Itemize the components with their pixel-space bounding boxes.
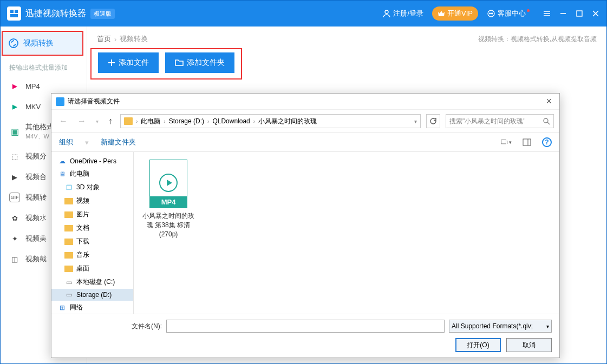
tree-item[interactable]: 下载	[51, 235, 133, 248]
file-open-dialog: 请选择音视频文件 × ← → ▾ ↑ › 此电脑› Storage (D:)› …	[51, 93, 560, 358]
folder-icon	[64, 239, 73, 245]
cloud-icon: ☁	[58, 157, 67, 165]
svg-rect-8	[577, 11, 582, 16]
dialog-footer: 文件名(N): All Supported Formats(*.qlv; ▾ 打…	[51, 314, 559, 358]
watermark-icon: ✿	[9, 213, 20, 223]
tree-item[interactable]: ▭本地磁盘 (C:)	[51, 275, 133, 289]
folder-icon	[64, 211, 73, 218]
net-icon: ⊞	[58, 304, 67, 312]
folder-icon	[64, 225, 73, 231]
screenshot-icon: ◫	[9, 254, 20, 264]
organize-menu[interactable]: 组织	[59, 137, 73, 147]
file-item[interactable]: MP4 小风暴之时间的玫瑰 第38集 标清(270p)	[141, 160, 195, 239]
chat-icon	[487, 9, 495, 18]
folder-icon	[175, 59, 184, 67]
tree-item[interactable]: ⊞网络	[51, 301, 133, 314]
nav-back-button[interactable]: ←	[57, 116, 70, 126]
svg-rect-12	[523, 139, 531, 145]
drv-icon: ▭	[64, 291, 73, 299]
view-mode-button[interactable]: ▾	[501, 137, 512, 147]
user-icon	[382, 9, 391, 18]
tree-item[interactable]: ❒3D 对象	[51, 181, 133, 194]
menu-icon[interactable]	[543, 9, 551, 18]
drv-icon: ▭	[64, 279, 73, 286]
svg-point-10	[544, 118, 548, 123]
refresh-icon	[429, 117, 437, 125]
other-format-icon: ▣	[9, 127, 20, 136]
tree-item[interactable]: ☁OneDrive - Pers	[51, 155, 133, 167]
sidebar-active-video-convert[interactable]: 视频转换	[2, 31, 83, 56]
convert-icon	[8, 38, 19, 49]
folder-icon	[124, 117, 133, 125]
plus-icon	[108, 59, 115, 67]
tree-item[interactable]: 桌面	[51, 262, 133, 275]
minimize-button[interactable]	[559, 9, 567, 18]
play-icon	[159, 174, 178, 192]
folder-icon	[64, 252, 73, 259]
tree-item[interactable]: 音乐	[51, 248, 133, 262]
tree-item[interactable]: 图片	[51, 208, 133, 221]
edition-tag: 极速版	[90, 9, 115, 19]
svg-point-5	[489, 13, 490, 14]
app-logo-icon	[7, 6, 21, 21]
svg-point-7	[492, 13, 493, 14]
cancel-button[interactable]: 取消	[506, 338, 552, 352]
cube-icon: ❒	[64, 184, 73, 191]
svg-rect-1	[15, 10, 18, 13]
svg-point-6	[491, 13, 491, 14]
dialog-title: 请选择音视频文件	[68, 97, 120, 106]
dialog-nav: ← → ▾ ↑ › 此电脑› Storage (D:)› QLDownload›…	[51, 110, 559, 133]
gif-icon: GIF	[9, 193, 20, 202]
svg-rect-11	[501, 140, 506, 144]
vip-button[interactable]: 开通VIP	[432, 6, 478, 21]
app-title: 迅捷视频转换器	[25, 8, 86, 19]
pc-icon: 🖥	[58, 170, 67, 178]
close-button[interactable]	[591, 9, 600, 18]
svg-point-3	[385, 10, 388, 14]
mp4-icon: ▶	[9, 81, 20, 91]
tree-item[interactable]: 🖥此电脑	[51, 167, 133, 181]
path-breadcrumb[interactable]: › 此电脑› Storage (D:)› QLDownload› 小风暴之时间的…	[120, 114, 421, 128]
folder-icon	[64, 266, 73, 272]
tree-item[interactable]: 视频	[51, 194, 133, 208]
breadcrumb: 首页 › 视频转换 视频转换：视频格式转换,从视频提取音频	[87, 27, 606, 48]
nav-up-button[interactable]: ↑	[106, 116, 115, 126]
tree-item[interactable]: ▭Storage (D:)	[51, 289, 133, 301]
file-type-filter[interactable]: All Supported Formats(*.qlv; ▾	[449, 320, 552, 333]
new-folder-button[interactable]: 新建文件夹	[101, 137, 136, 147]
beautify-icon: ✦	[9, 234, 20, 243]
nav-recent-dropdown[interactable]: ▾	[94, 118, 101, 124]
split-icon: ⬚	[9, 151, 20, 161]
svg-rect-2	[10, 14, 18, 17]
action-button-row: 添加文件 添加文件夹	[90, 48, 242, 80]
search-input[interactable]: 搜索"小风暴之时间的玫瑰"	[446, 114, 554, 128]
breadcrumb-home[interactable]: 首页	[97, 34, 111, 44]
page-description: 视频转换：视频格式转换,从视频提取音频	[478, 35, 597, 44]
crown-icon	[438, 10, 445, 17]
folder-tree: ☁OneDrive - Pers🖥此电脑❒3D 对象视频图片文档下载音乐桌面▭本…	[51, 152, 134, 314]
nav-forward-button[interactable]: →	[75, 116, 88, 126]
filename-input[interactable]	[166, 320, 445, 333]
support-link[interactable]: 客服中心	[487, 9, 531, 18]
titlebar: 迅捷视频转换器 极速版 注册/登录 开通VIP 客服中心	[1, 1, 606, 27]
maximize-button[interactable]	[575, 9, 584, 18]
file-name: 小风暴之时间的玫瑰 第38集 标清(270p)	[141, 211, 195, 239]
dialog-close-button[interactable]: ×	[543, 96, 555, 107]
file-thumbnail: MP4	[149, 160, 187, 208]
register-login-link[interactable]: 注册/登录	[382, 9, 423, 18]
preview-pane-button[interactable]	[521, 137, 532, 147]
merge-icon: ▶	[9, 172, 20, 182]
filename-label: 文件名(N):	[59, 322, 162, 331]
add-folder-button[interactable]: 添加文件夹	[165, 52, 234, 73]
tree-item[interactable]: 文档	[51, 221, 133, 235]
dialog-app-icon	[56, 97, 64, 106]
refresh-button[interactable]	[426, 114, 440, 128]
chevron-down-icon[interactable]: ▾	[414, 118, 417, 124]
svg-rect-0	[10, 10, 14, 13]
sidebar-hint: 按输出格式批量添加	[1, 58, 87, 76]
open-button[interactable]: 打开(O)	[455, 338, 501, 352]
add-file-button[interactable]: 添加文件	[98, 52, 159, 73]
file-list: MP4 小风暴之时间的玫瑰 第38集 标清(270p)	[134, 152, 559, 314]
help-button[interactable]: ?	[542, 137, 552, 147]
search-icon	[543, 117, 550, 125]
